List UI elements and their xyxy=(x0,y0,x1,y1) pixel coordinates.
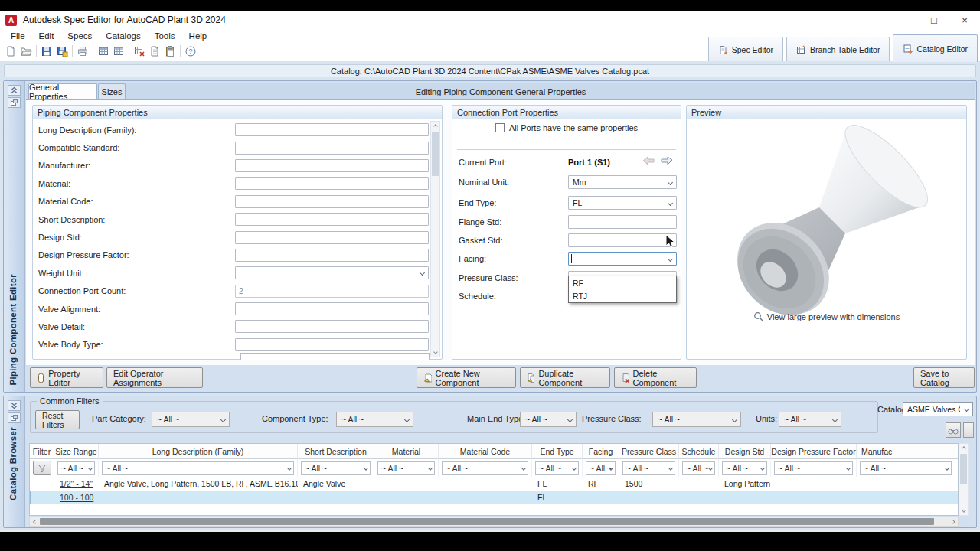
material-input[interactable] xyxy=(235,177,429,190)
facing-option-rtj[interactable]: RTJ xyxy=(569,289,676,302)
nominal-unit-select[interactable]: Mm xyxy=(568,175,677,189)
size-range-filter[interactable]: ~ All ~ xyxy=(57,461,95,475)
close-button[interactable]: × xyxy=(949,11,980,29)
maximize-button[interactable]: □ xyxy=(919,11,949,29)
flange-std-input[interactable] xyxy=(568,215,677,229)
open-folder-icon[interactable] xyxy=(18,44,34,59)
pressure-class-filter-select[interactable]: ~ All ~ xyxy=(652,412,741,427)
export-table-icon[interactable] xyxy=(111,44,126,59)
menu-tools[interactable]: Tools xyxy=(148,31,182,41)
design-pressure-factor-input[interactable] xyxy=(235,249,429,262)
collapse-up-icon[interactable] xyxy=(8,85,21,96)
print-icon[interactable] xyxy=(75,44,90,59)
reset-filters-button[interactable]: Reset Filters xyxy=(35,410,80,429)
tab-branch-table-editor[interactable]: Branch Table Editor xyxy=(786,37,890,62)
properties-scrollbar[interactable] xyxy=(430,121,440,357)
column-header[interactable]: Schedule xyxy=(679,444,719,459)
scroll-left-icon[interactable] xyxy=(33,520,38,524)
column-header[interactable]: Material Code xyxy=(439,444,532,459)
scroll-right-icon[interactable] xyxy=(951,520,956,524)
column-header[interactable]: Short Description xyxy=(298,444,374,459)
gasket-std-input[interactable] xyxy=(568,233,677,247)
menu-specs[interactable]: Specs xyxy=(60,31,99,41)
compatible-standard-input[interactable] xyxy=(235,142,429,155)
long-description-filter[interactable]: ~ All ~ xyxy=(102,461,294,475)
tab-spec-editor[interactable]: Spec Editor xyxy=(708,37,783,62)
column-header[interactable]: Design Pressure Factor xyxy=(771,444,857,459)
view-large-preview-link[interactable]: View large preview with dimensions xyxy=(688,311,965,321)
search-binoculars-button[interactable] xyxy=(946,422,961,438)
side-tab-catalog-browser[interactable]: Catalog Browser xyxy=(8,427,18,500)
new-file-icon[interactable] xyxy=(3,44,18,59)
material-code-input[interactable] xyxy=(235,195,429,208)
save-to-catalog-button[interactable]: Save to Catalog xyxy=(913,367,975,388)
collapse-down-icon[interactable] xyxy=(8,400,21,411)
design-pressure-factor-filter[interactable]: ~ All ~ xyxy=(774,461,853,475)
table-horizontal-scrollbar[interactable] xyxy=(29,517,959,527)
tab-catalog-editor[interactable]: Catalog Editor xyxy=(893,34,978,62)
catalog-select[interactable]: ASME Valves Catalog xyxy=(903,402,973,416)
column-header[interactable]: Manufac xyxy=(857,444,959,459)
clipped-button[interactable] xyxy=(963,422,974,438)
column-header[interactable]: Facing xyxy=(583,444,619,459)
part-category-select[interactable]: ~ All ~ xyxy=(152,412,230,427)
table-row-selected[interactable]: 100 - 100 FL xyxy=(30,491,959,504)
end-type-filter[interactable]: ~ All ~ xyxy=(535,461,579,475)
funnel-filter-button[interactable] xyxy=(33,461,51,475)
column-header[interactable]: Pressure Class xyxy=(619,444,679,459)
float-panel-icon[interactable] xyxy=(8,412,21,423)
column-header[interactable]: Design Std xyxy=(719,444,771,459)
component-type-select[interactable]: ~ All ~ xyxy=(336,412,413,427)
facing-combobox[interactable] xyxy=(568,252,677,266)
previous-port-icon[interactable] xyxy=(642,156,655,165)
menu-help[interactable]: Help xyxy=(182,31,214,41)
main-end-type-select[interactable]: ~ All ~ xyxy=(520,412,577,427)
short-description-input[interactable] xyxy=(235,213,429,226)
scroll-up-icon[interactable] xyxy=(962,446,966,451)
material-filter[interactable]: ~ All ~ xyxy=(377,461,435,475)
menu-edit[interactable]: Edit xyxy=(32,31,61,41)
save-icon[interactable] xyxy=(39,44,54,59)
size-range-link[interactable]: 1/2" - 14" xyxy=(60,479,93,488)
delete-component-button[interactable]: Delete Component xyxy=(614,367,697,388)
menu-catalogs[interactable]: Catalogs xyxy=(99,31,147,41)
long-description-input[interactable] xyxy=(235,123,429,136)
valve-alignment-input[interactable] xyxy=(235,302,429,315)
scrollbar-thumb[interactable] xyxy=(40,518,934,525)
table-row[interactable]: 1/2" - 14" Angle Valve, Long Pattern, 15… xyxy=(30,477,959,491)
column-header[interactable]: Filter xyxy=(30,444,54,459)
manufacturer-filter[interactable]: ~ All ~ xyxy=(860,461,952,475)
import-table-icon[interactable] xyxy=(96,44,111,59)
column-header[interactable]: Size Range xyxy=(54,444,99,459)
manufacturer-input[interactable] xyxy=(235,159,429,172)
create-new-component-button[interactable]: Create New Component xyxy=(416,367,516,388)
scrollbar-thumb[interactable] xyxy=(960,454,967,484)
material-code-filter[interactable]: ~ All ~ xyxy=(442,461,528,475)
delete-row-icon[interactable] xyxy=(132,44,147,59)
minimize-button[interactable]: – xyxy=(888,11,919,29)
tab-sizes[interactable]: Sizes xyxy=(98,83,126,99)
tab-general-properties[interactable]: General Properties xyxy=(28,83,97,99)
column-header[interactable]: Long Description (Family) xyxy=(99,444,298,459)
weight-unit-select[interactable] xyxy=(235,266,429,279)
valve-body-type-input[interactable] xyxy=(235,338,429,351)
valve-detail-input[interactable] xyxy=(235,320,429,333)
next-port-icon[interactable] xyxy=(661,156,673,165)
duplicate-component-button[interactable]: Duplicate Component xyxy=(520,367,610,388)
short-description-filter[interactable]: ~ All ~ xyxy=(301,461,371,475)
paste-icon[interactable] xyxy=(162,44,178,59)
pressure-class-column-filter[interactable]: ~ All ~ xyxy=(622,461,675,475)
table-vertical-scrollbar[interactable] xyxy=(959,443,969,516)
design-std-filter[interactable]: ~ All ~ xyxy=(722,461,767,475)
help-icon[interactable]: ? xyxy=(183,44,198,59)
copy-icon[interactable] xyxy=(147,44,162,59)
units-select[interactable]: ~ All ~ xyxy=(779,412,841,427)
facing-option-rf[interactable]: RF xyxy=(569,276,676,289)
edit-operator-assignments-button[interactable]: Edit Operator Assignments xyxy=(106,367,203,388)
end-type-select[interactable]: FL xyxy=(568,196,677,210)
save-as-icon[interactable] xyxy=(54,44,70,59)
scroll-down-icon[interactable] xyxy=(433,350,438,354)
column-header[interactable]: Material xyxy=(374,444,439,459)
design-std-input[interactable] xyxy=(235,231,429,244)
property-editor-button[interactable]: Property Editor xyxy=(30,367,103,388)
